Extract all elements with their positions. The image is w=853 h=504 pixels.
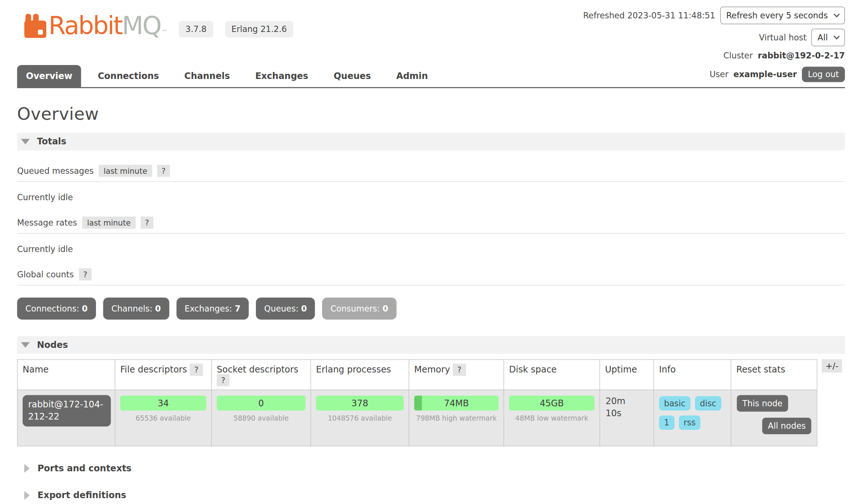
tab-admin[interactable]: Admin bbox=[388, 65, 437, 87]
cluster-name: rabbit@192-0-2-17 bbox=[758, 51, 845, 61]
global-counts-help-icon[interactable]: ? bbox=[79, 269, 92, 281]
refreshed-timestamp: Refreshed 2023-05-31 11:48:51 bbox=[583, 11, 715, 21]
consumers-count-label: Consumers: bbox=[331, 304, 380, 314]
queued-messages-help-icon[interactable]: ? bbox=[157, 165, 170, 177]
info-badges-row-2: 1 rss bbox=[659, 415, 727, 430]
connections-count-label: Connections: bbox=[25, 304, 79, 314]
virtual-host-row: Virtual host All bbox=[759, 29, 845, 46]
tab-connections[interactable]: Connections bbox=[89, 65, 168, 87]
file-descriptors-cell: 34 65536 available bbox=[115, 390, 212, 446]
node-row: rabbit@172-104-212-22 34 65536 available… bbox=[17, 390, 817, 446]
tab-queues[interactable]: Queues bbox=[325, 65, 379, 87]
refresh-interval-select[interactable]: Refresh every 5 seconds bbox=[720, 7, 845, 24]
virtual-host-value: All bbox=[818, 33, 828, 43]
info-badge-basic: basic bbox=[659, 396, 690, 411]
socket-descriptors-detail: 58890 available bbox=[216, 414, 307, 422]
export-definitions-section[interactable]: Export definitions bbox=[24, 490, 845, 501]
channels-count-value: 0 bbox=[155, 304, 161, 314]
uptime-value: 20m10s bbox=[604, 395, 650, 420]
erlang-processes-value: 378 bbox=[351, 398, 368, 408]
memory-used-segment bbox=[414, 396, 422, 411]
ports-and-contexts-label: Ports and contexts bbox=[38, 463, 132, 474]
socket-descriptors-help-icon[interactable]: ? bbox=[217, 374, 230, 386]
exchanges-count-value: 7 bbox=[235, 304, 240, 314]
col-uptime-label: Uptime bbox=[605, 364, 637, 375]
export-definitions-label: Export definitions bbox=[38, 490, 126, 501]
queued-messages-label: Queued messages bbox=[17, 166, 94, 176]
message-rates-filter[interactable]: last minute bbox=[82, 217, 136, 229]
page: RabbitMQ ™ 3.7.8 Erlang 21.2.6 Refreshed… bbox=[0, 0, 853, 504]
queues-count-value: 0 bbox=[301, 304, 307, 314]
brand-block: RabbitMQ ™ 3.7.8 Erlang 21.2.6 bbox=[24, 14, 293, 38]
memory-detail: 798MB high watermark bbox=[413, 414, 500, 422]
queued-messages-filter[interactable]: last minute bbox=[99, 165, 152, 177]
memory-bar: 74MB bbox=[414, 396, 499, 411]
collapse-triangle-icon bbox=[21, 342, 30, 348]
col-memory-label: Memory bbox=[414, 364, 450, 375]
col-erlang-processes: Erlang processes bbox=[311, 360, 409, 390]
disk-space-value: 45GB bbox=[540, 398, 564, 408]
rabbit-icon bbox=[24, 14, 46, 38]
brand-wordmark: RabbitMQ bbox=[49, 14, 161, 38]
col-file-descriptors: File descriptors ? bbox=[115, 360, 212, 390]
collapse-triangle-icon bbox=[21, 138, 30, 144]
col-disk-space: Disk space bbox=[504, 360, 600, 390]
disk-space-detail: 48MB low watermark bbox=[508, 414, 596, 422]
node-name-cell: rabbit@172-104-212-22 bbox=[17, 390, 115, 446]
tab-exchanges[interactable]: Exchanges bbox=[246, 65, 317, 87]
info-badge-rss: rss bbox=[679, 415, 701, 430]
col-socket-descriptors: Socket descriptors ? bbox=[211, 360, 311, 390]
col-name: Name bbox=[17, 360, 115, 390]
header-status-column: Refreshed 2023-05-31 11:48:51 Refresh ev… bbox=[583, 7, 845, 61]
col-file-descriptors-label: File descriptors bbox=[120, 364, 187, 375]
col-disk-space-label: Disk space bbox=[509, 364, 557, 375]
tab-overview[interactable]: Overview bbox=[17, 65, 81, 87]
nodes-table: Name File descriptors ? Socket descripto… bbox=[17, 359, 818, 446]
column-toggle-button[interactable]: +/- bbox=[822, 359, 842, 372]
queued-idle-text: Currently idle bbox=[17, 192, 845, 202]
logout-button[interactable]: Log out bbox=[802, 67, 845, 82]
file-descriptors-help-icon[interactable]: ? bbox=[190, 364, 203, 376]
user-label: User bbox=[710, 69, 728, 79]
erlang-processes-detail: 1048576 available bbox=[315, 414, 405, 422]
node-name-badge: rabbit@172-104-212-22 bbox=[23, 395, 111, 426]
col-socket-descriptors-label: Socket descriptors bbox=[217, 364, 299, 375]
message-rates-help-icon[interactable]: ? bbox=[140, 217, 153, 229]
rabbitmq-logo: RabbitMQ ™ bbox=[24, 14, 167, 38]
tab-channels[interactable]: Channels bbox=[175, 65, 239, 87]
ports-and-contexts-section[interactable]: Ports and contexts bbox=[24, 463, 845, 474]
refresh-interval-value: Refresh every 5 seconds bbox=[726, 11, 828, 21]
exchanges-count-label: Exchanges: bbox=[185, 304, 232, 314]
uptime-seconds: 10s bbox=[606, 408, 621, 419]
disk-space-cell: 45GB 48MB low watermark bbox=[504, 390, 600, 446]
socket-descriptors-value: 0 bbox=[258, 398, 264, 408]
channels-count-badge: Channels: 0 bbox=[103, 298, 169, 320]
reset-buttons: This node All nodes bbox=[735, 395, 813, 435]
memory-cell: 74MB 798MB high watermark bbox=[409, 390, 504, 446]
info-cell: basic disc 1 rss bbox=[654, 390, 731, 446]
tab-bar: Overview Connections Channels Exchanges … bbox=[17, 65, 845, 88]
memory-value: 74MB bbox=[444, 398, 469, 408]
nodes-section-title: Nodes bbox=[37, 339, 68, 350]
info-badge-disc: disc bbox=[695, 396, 721, 411]
chevron-down-icon bbox=[834, 11, 840, 18]
info-badge-1: 1 bbox=[659, 415, 674, 430]
reset-this-node-button[interactable]: This node bbox=[737, 395, 788, 412]
cluster-label: Cluster bbox=[724, 51, 753, 61]
file-descriptors-bar: 34 bbox=[120, 396, 206, 411]
totals-section-header[interactable]: Totals bbox=[17, 133, 845, 151]
reset-all-nodes-button[interactable]: All nodes bbox=[763, 418, 811, 434]
erlang-version-badge: Erlang 21.2.6 bbox=[225, 21, 293, 37]
brand-rabbit: Rabbit bbox=[49, 11, 122, 40]
memory-help-icon[interactable]: ? bbox=[453, 364, 466, 376]
socket-descriptors-bar: 0 bbox=[217, 396, 306, 411]
socket-descriptors-cell: 0 58890 available bbox=[211, 390, 311, 446]
virtual-host-select[interactable]: All bbox=[811, 29, 845, 46]
col-info-label: Info bbox=[659, 364, 676, 375]
top-header: RabbitMQ ™ 3.7.8 Erlang 21.2.6 Refreshed… bbox=[17, 0, 845, 61]
nodes-section-header[interactable]: Nodes bbox=[17, 336, 845, 354]
queues-count-badge: Queues: 0 bbox=[256, 298, 315, 320]
consumers-count-badge: Consumers: 0 bbox=[322, 298, 397, 320]
nodes-header-row: Name File descriptors ? Socket descripto… bbox=[17, 360, 817, 390]
global-counts-badges: Connections: 0 Channels: 0 Exchanges: 7 … bbox=[17, 298, 845, 320]
